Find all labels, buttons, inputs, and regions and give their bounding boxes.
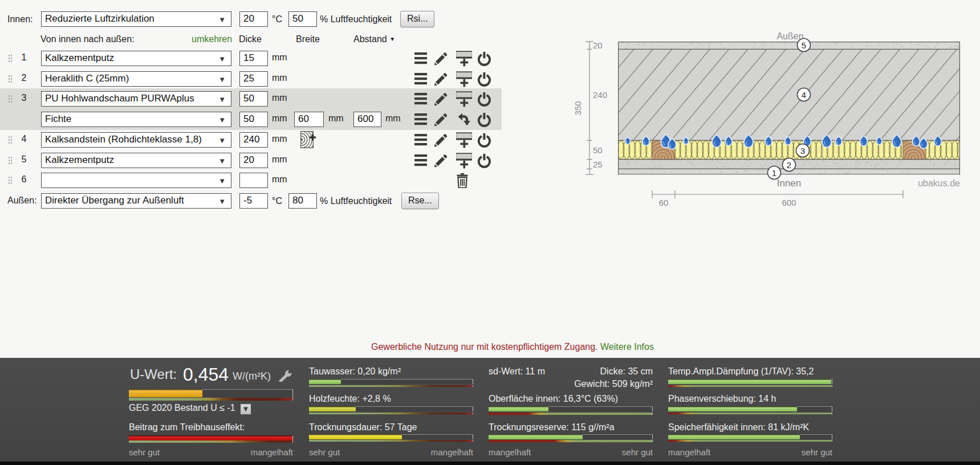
svg-text:60: 60 bbox=[659, 198, 669, 207]
svg-text:240: 240 bbox=[593, 90, 607, 100]
svg-text:Innen: Innen bbox=[777, 178, 802, 189]
svg-text:ubakus.de: ubakus.de bbox=[918, 178, 960, 188]
svg-text:20: 20 bbox=[593, 40, 603, 50]
svg-text:5: 5 bbox=[802, 40, 806, 50]
svg-text:25: 25 bbox=[593, 160, 603, 169]
svg-text:50: 50 bbox=[593, 145, 603, 155]
svg-text:3: 3 bbox=[800, 146, 805, 156]
svg-text:1: 1 bbox=[772, 168, 776, 178]
svg-text:350: 350 bbox=[573, 101, 583, 115]
svg-text:2: 2 bbox=[787, 160, 791, 170]
svg-text:600: 600 bbox=[782, 198, 796, 207]
svg-text:4: 4 bbox=[802, 90, 806, 100]
